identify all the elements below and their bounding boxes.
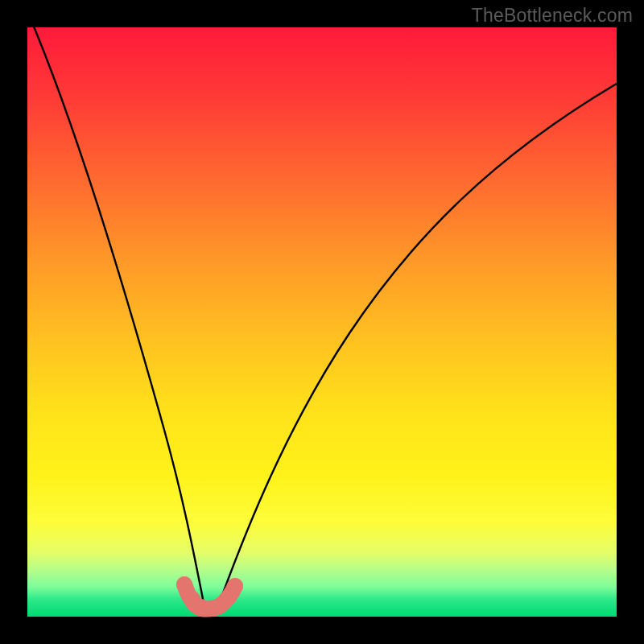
curve-layer <box>27 27 617 617</box>
chart-frame: TheBottleneck.com <box>0 0 644 644</box>
watermark-text: TheBottleneck.com <box>472 5 633 27</box>
bottleneck-curve <box>27 11 617 612</box>
marker-dot <box>227 578 243 594</box>
marker-dot <box>176 576 192 592</box>
plot-area <box>27 27 617 617</box>
